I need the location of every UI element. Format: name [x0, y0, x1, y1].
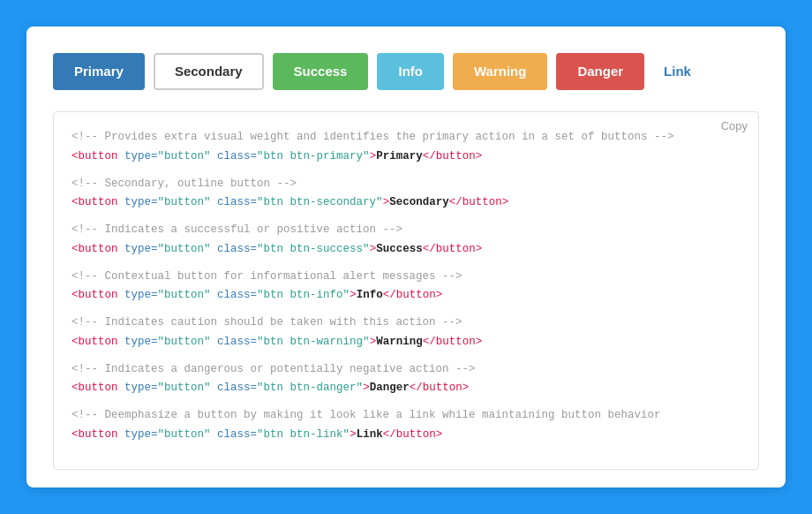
code-comment: <!-- Provides extra visual weight and id… [71, 128, 741, 147]
code-block: Copy <!-- Provides extra visual weight a… [53, 111, 759, 470]
code-line: <button type="button" class="btn btn-dan… [71, 379, 741, 397]
primary-button[interactable]: Primary [53, 53, 145, 90]
copy-button[interactable]: Copy [721, 119, 748, 132]
code-group-info: <!-- Contextual button for informational… [71, 268, 741, 306]
link-button[interactable]: Link [653, 53, 702, 90]
button-row: Primary Secondary Success Info Warning D… [53, 53, 759, 90]
code-group-danger: <!-- Indicates a dangerous or potentiall… [71, 360, 741, 398]
code-comment: <!-- Indicates a successful or positive … [71, 221, 741, 239]
warning-button[interactable]: Warning [453, 53, 547, 90]
code-comment: <!-- Secondary, outline button --> [71, 175, 741, 193]
code-group-primary: <!-- Provides extra visual weight and id… [71, 128, 741, 166]
code-comment: <!-- Indicates caution should be taken w… [71, 314, 741, 332]
success-button[interactable]: Success [273, 53, 369, 90]
code-line: <button type="button" class="btn btn-inf… [71, 286, 741, 305]
code-group-success: <!-- Indicates a successful or positive … [71, 221, 741, 259]
code-line: <button type="button" class="btn btn-sec… [71, 193, 741, 212]
secondary-button[interactable]: Secondary [154, 53, 264, 90]
main-card: Primary Secondary Success Info Warning D… [26, 26, 786, 488]
code-line: <button type="button" class="btn btn-lin… [71, 426, 741, 444]
code-comment: <!-- Deemphasize a button by making it l… [71, 406, 741, 425]
danger-button[interactable]: Danger [556, 53, 644, 90]
code-comment: <!-- Indicates a dangerous or potentiall… [71, 360, 741, 379]
code-line: <button type="button" class="btn btn-pri… [71, 147, 741, 166]
code-group-link: <!-- Deemphasize a button by making it l… [71, 406, 741, 444]
code-line: <button type="button" class="btn btn-suc… [71, 240, 741, 259]
code-line: <button type="button" class="btn btn-war… [71, 333, 741, 351]
code-group-secondary: <!-- Secondary, outline button --> <butt… [71, 175, 741, 213]
code-group-warning: <!-- Indicates caution should be taken w… [71, 314, 741, 351]
code-comment: <!-- Contextual button for informational… [71, 268, 741, 286]
info-button[interactable]: Info [377, 53, 444, 90]
